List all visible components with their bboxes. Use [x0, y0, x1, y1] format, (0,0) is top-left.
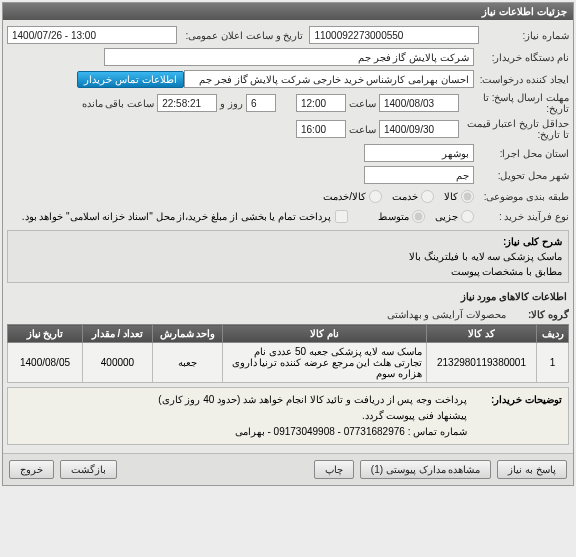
print-button[interactable]: چاپ [314, 460, 354, 479]
buyer-note-box: توضیحات خریدار: پرداخت وجه پس از دریافت … [7, 387, 569, 445]
validity-time-field: 16:00 [296, 120, 346, 138]
td-qty: 400000 [83, 343, 153, 383]
buyer-note-1: پرداخت وجه پس از دریافت و تائید کالا انج… [14, 392, 467, 408]
th-qty: تعداد / مقدار [83, 325, 153, 343]
table-row: 1 2132980119380001 ماسک سه لایه پزشکی جع… [8, 343, 569, 383]
deadline-time-field: 12:00 [296, 94, 346, 112]
th-code: کد کالا [427, 325, 537, 343]
td-date: 1400/08/05 [8, 343, 83, 383]
footer-buttons: پاسخ به نیاز مشاهده مدارک پیوستی (1) چاپ… [3, 453, 573, 485]
back-button[interactable]: بازگشت [60, 460, 117, 479]
need-no-label: شماره نیاز: [479, 30, 569, 41]
proc-mid-radio[interactable]: متوسط [378, 210, 425, 223]
proc-label: نوع فرآیند خرید : [474, 211, 569, 222]
th-idx: ردیف [537, 325, 569, 343]
exec-city-label: استان محل اجرا: [474, 148, 569, 159]
class-both-radio[interactable]: کالا/خدمت [323, 190, 382, 203]
contact-button[interactable]: اطلاعات تماس خریدار [77, 71, 184, 88]
time-label-1: ساعت [346, 98, 379, 109]
th-date: تاریخ نیاز [8, 325, 83, 343]
attachments-button[interactable]: مشاهده مدارک پیوستی (1) [360, 460, 492, 479]
pub-date-label: تاریخ و ساعت اعلان عمومی: [177, 30, 309, 41]
buyer-note-label: توضیحات خریدار: [467, 392, 562, 440]
exec-city-field: بوشهر [364, 144, 474, 162]
creator-label: ایجاد کننده درخواست: [474, 74, 569, 85]
pub-date-field: 1400/07/26 - 13:00 [7, 26, 177, 44]
remain-time-field: 22:58:21 [157, 94, 217, 112]
desc-box: شرح کلی نیاز: ماسک پزشکی سه لایه با فیلت… [7, 230, 569, 283]
days-label: روز و [217, 98, 246, 109]
class-label: طبقه بندی موضوعی: [474, 191, 569, 202]
validity-label: حداقل تاریخ اعتبار قیمت تا تاریخ: [459, 118, 569, 140]
td-unit: جعبه [153, 343, 223, 383]
td-idx: 1 [537, 343, 569, 383]
main-panel: جزئیات اطلاعات نیاز شماره نیاز: 11000922… [2, 2, 574, 486]
th-unit: واحد شمارش [153, 325, 223, 343]
buyer-note-2: پیشنهاد فنی پیوست گردد. [14, 408, 467, 424]
table-header-row: ردیف کد کالا نام کالا واحد شمارش تعداد /… [8, 325, 569, 343]
buyer-label: نام دستگاه خریدار: [474, 52, 569, 63]
deadline-date-field: 1400/08/03 [379, 94, 459, 112]
group-value: محصولات آرایشی و بهداشتی [384, 309, 509, 320]
desc-line-2: مطابق با مشخصات پیوست [14, 264, 562, 279]
deliv-city-label: شهر محل تحویل: [474, 170, 569, 181]
panel-body: شماره نیاز: 1100092273000550 تاریخ و ساع… [3, 20, 573, 453]
reply-button[interactable]: پاسخ به نیاز [497, 460, 567, 479]
th-name: نام کالا [223, 325, 427, 343]
validity-date-field: 1400/09/30 [379, 120, 459, 138]
buyer-field: شرکت پالایش گاز فجر جم [104, 48, 474, 66]
exit-button[interactable]: خروج [9, 460, 54, 479]
proc-small-radio[interactable]: جزیی [435, 210, 474, 223]
group-label: گروه کالا: [509, 309, 569, 320]
creator-field: احسان بهرامی کارشناس خرید خارجی شرکت پال… [184, 70, 474, 88]
time-label-2: ساعت [346, 124, 379, 135]
pay-note-check[interactable]: پرداخت تمام یا بخشی از مبلغ خرید،از محل … [22, 210, 348, 223]
panel-title: جزئیات اطلاعات نیاز [3, 3, 573, 20]
deadline-label: مهلت ارسال پاسخ: تا تاریخ: [459, 92, 569, 114]
items-title: اطلاعات کالاهای مورد نیاز [7, 287, 569, 304]
class-goods-radio[interactable]: کالا [444, 190, 474, 203]
buyer-note-3: شماره تماس : 07731682976 - 09173049908 -… [14, 424, 467, 440]
desc-label: شرح کلی نیاز: [14, 234, 562, 249]
td-name: ماسک سه لایه پزشکی جعبه 50 عددی نام تجار… [223, 343, 427, 383]
remain-label: ساعت باقی مانده [79, 98, 158, 109]
days-field: 6 [246, 94, 276, 112]
td-code: 2132980119380001 [427, 343, 537, 383]
desc-line-1: ماسک پزشکی سه لایه با فیلترینگ بالا [14, 249, 562, 264]
class-service-radio[interactable]: خدمت [392, 190, 434, 203]
deliv-city-field: جم [364, 166, 474, 184]
need-no-field: 1100092273000550 [309, 26, 479, 44]
items-table: ردیف کد کالا نام کالا واحد شمارش تعداد /… [7, 324, 569, 383]
